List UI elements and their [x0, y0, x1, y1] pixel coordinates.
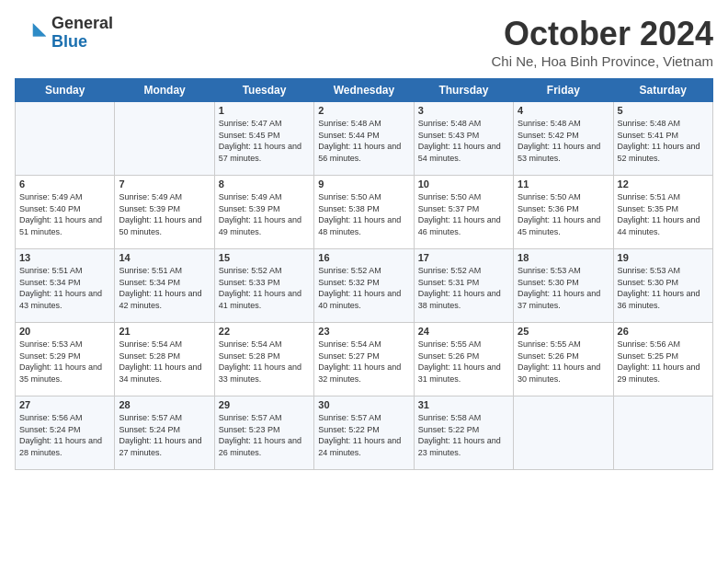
day-number: 17 [418, 252, 509, 263]
day-info: Sunrise: 5:48 AM Sunset: 5:44 PM Dayligh… [318, 118, 409, 164]
calendar-cell: 5Sunrise: 5:48 AM Sunset: 5:41 PM Daylig… [613, 102, 712, 176]
calendar-cell [16, 102, 115, 176]
day-header-thursday: Thursday [414, 79, 513, 102]
day-number: 11 [518, 178, 609, 190]
day-number: 8 [219, 178, 310, 190]
calendar-cell: 6Sunrise: 5:49 AM Sunset: 5:40 PM Daylig… [16, 176, 115, 249]
title-area: October 2024 Chi Ne, Hoa Binh Province, … [491, 15, 713, 69]
day-number: 30 [318, 399, 409, 410]
day-info: Sunrise: 5:55 AM Sunset: 5:26 PM Dayligh… [518, 339, 609, 385]
day-info: Sunrise: 5:47 AM Sunset: 5:45 PM Dayligh… [219, 118, 310, 164]
day-info: Sunrise: 5:56 AM Sunset: 5:25 PM Dayligh… [618, 339, 709, 385]
day-info: Sunrise: 5:49 AM Sunset: 5:39 PM Dayligh… [119, 191, 210, 237]
header: General Blue October 2024 Chi Ne, Hoa Bi… [15, 15, 713, 69]
calendar-cell: 3Sunrise: 5:48 AM Sunset: 5:43 PM Daylig… [414, 102, 513, 176]
calendar-week-1: 1Sunrise: 5:47 AM Sunset: 5:45 PM Daylig… [16, 102, 713, 176]
logo-blue-text: Blue [51, 33, 113, 52]
calendar-cell: 28Sunrise: 5:57 AM Sunset: 5:24 PM Dayli… [115, 396, 214, 470]
day-info: Sunrise: 5:51 AM Sunset: 5:34 PM Dayligh… [19, 265, 110, 311]
logo-general-text: General [51, 15, 113, 33]
day-number: 5 [618, 105, 709, 116]
calendar-week-4: 20Sunrise: 5:53 AM Sunset: 5:29 PM Dayli… [16, 323, 713, 396]
day-info: Sunrise: 5:53 AM Sunset: 5:30 PM Dayligh… [518, 265, 609, 311]
day-number: 26 [618, 326, 709, 337]
calendar-week-2: 6Sunrise: 5:49 AM Sunset: 5:40 PM Daylig… [16, 176, 713, 249]
day-info: Sunrise: 5:52 AM Sunset: 5:31 PM Dayligh… [418, 265, 509, 311]
day-number: 4 [518, 105, 609, 116]
day-header-monday: Monday [115, 79, 214, 102]
day-header-saturday: Saturday [613, 79, 712, 102]
calendar-cell: 24Sunrise: 5:55 AM Sunset: 5:26 PM Dayli… [414, 323, 513, 396]
calendar-week-3: 13Sunrise: 5:51 AM Sunset: 5:34 PM Dayli… [16, 249, 713, 323]
day-header-friday: Friday [514, 79, 613, 102]
location-title: Chi Ne, Hoa Binh Province, Vietnam [491, 53, 713, 69]
calendar-cell: 18Sunrise: 5:53 AM Sunset: 5:30 PM Dayli… [514, 249, 613, 323]
calendar-cell [514, 396, 613, 470]
day-info: Sunrise: 5:51 AM Sunset: 5:34 PM Dayligh… [119, 265, 210, 311]
day-info: Sunrise: 5:58 AM Sunset: 5:22 PM Dayligh… [418, 412, 509, 458]
calendar-cell: 10Sunrise: 5:50 AM Sunset: 5:37 PM Dayli… [414, 176, 513, 249]
day-info: Sunrise: 5:52 AM Sunset: 5:32 PM Dayligh… [318, 265, 409, 311]
day-header-sunday: Sunday [16, 79, 115, 102]
day-header-tuesday: Tuesday [214, 79, 313, 102]
day-info: Sunrise: 5:52 AM Sunset: 5:33 PM Dayligh… [219, 265, 310, 311]
calendar-cell: 17Sunrise: 5:52 AM Sunset: 5:31 PM Dayli… [414, 249, 513, 323]
calendar-cell [115, 102, 214, 176]
day-info: Sunrise: 5:48 AM Sunset: 5:43 PM Dayligh… [418, 118, 509, 164]
calendar-cell: 19Sunrise: 5:53 AM Sunset: 5:30 PM Dayli… [613, 249, 712, 323]
day-info: Sunrise: 5:48 AM Sunset: 5:41 PM Dayligh… [618, 118, 709, 164]
day-info: Sunrise: 5:54 AM Sunset: 5:27 PM Dayligh… [318, 339, 409, 385]
day-info: Sunrise: 5:54 AM Sunset: 5:28 PM Dayligh… [119, 339, 210, 385]
day-info: Sunrise: 5:57 AM Sunset: 5:24 PM Dayligh… [119, 412, 210, 458]
calendar-cell: 8Sunrise: 5:49 AM Sunset: 5:39 PM Daylig… [214, 176, 313, 249]
day-info: Sunrise: 5:50 AM Sunset: 5:37 PM Dayligh… [418, 191, 509, 237]
day-number: 14 [119, 252, 210, 263]
calendar-cell: 31Sunrise: 5:58 AM Sunset: 5:22 PM Dayli… [414, 396, 513, 470]
calendar-cell [613, 396, 712, 470]
calendar-cell: 15Sunrise: 5:52 AM Sunset: 5:33 PM Dayli… [214, 249, 313, 323]
calendar-cell: 1Sunrise: 5:47 AM Sunset: 5:45 PM Daylig… [214, 102, 313, 176]
calendar-cell: 20Sunrise: 5:53 AM Sunset: 5:29 PM Dayli… [16, 323, 115, 396]
day-number: 19 [618, 252, 709, 263]
calendar-cell: 11Sunrise: 5:50 AM Sunset: 5:36 PM Dayli… [514, 176, 613, 249]
day-info: Sunrise: 5:49 AM Sunset: 5:40 PM Dayligh… [19, 191, 110, 237]
calendar-body: 1Sunrise: 5:47 AM Sunset: 5:45 PM Daylig… [16, 102, 713, 470]
day-info: Sunrise: 5:53 AM Sunset: 5:29 PM Dayligh… [19, 339, 110, 385]
calendar-cell: 29Sunrise: 5:57 AM Sunset: 5:23 PM Dayli… [214, 396, 313, 470]
day-number: 6 [19, 178, 110, 190]
day-number: 18 [518, 252, 609, 263]
day-info: Sunrise: 5:55 AM Sunset: 5:26 PM Dayligh… [418, 339, 509, 385]
calendar-cell: 25Sunrise: 5:55 AM Sunset: 5:26 PM Dayli… [514, 323, 613, 396]
calendar-cell: 7Sunrise: 5:49 AM Sunset: 5:39 PM Daylig… [115, 176, 214, 249]
calendar-cell: 13Sunrise: 5:51 AM Sunset: 5:34 PM Dayli… [16, 249, 115, 323]
day-number: 1 [219, 105, 310, 116]
calendar-cell: 21Sunrise: 5:54 AM Sunset: 5:28 PM Dayli… [115, 323, 214, 396]
month-title: October 2024 [491, 15, 713, 53]
day-number: 23 [318, 326, 409, 337]
day-info: Sunrise: 5:54 AM Sunset: 5:28 PM Dayligh… [219, 339, 310, 385]
logo-icon [15, 17, 48, 50]
day-number: 29 [219, 399, 310, 410]
calendar-cell: 12Sunrise: 5:51 AM Sunset: 5:35 PM Dayli… [613, 176, 712, 249]
logo: General Blue [15, 15, 113, 52]
day-header-wednesday: Wednesday [314, 79, 414, 102]
calendar-week-5: 27Sunrise: 5:56 AM Sunset: 5:24 PM Dayli… [16, 396, 713, 470]
day-number: 21 [119, 326, 210, 337]
calendar-cell: 14Sunrise: 5:51 AM Sunset: 5:34 PM Dayli… [115, 249, 214, 323]
calendar-cell: 16Sunrise: 5:52 AM Sunset: 5:32 PM Dayli… [314, 249, 414, 323]
calendar-cell: 30Sunrise: 5:57 AM Sunset: 5:22 PM Dayli… [314, 396, 414, 470]
day-number: 20 [19, 326, 110, 337]
calendar-cell: 4Sunrise: 5:48 AM Sunset: 5:42 PM Daylig… [514, 102, 613, 176]
day-number: 3 [418, 105, 509, 116]
day-info: Sunrise: 5:57 AM Sunset: 5:23 PM Dayligh… [219, 412, 310, 458]
calendar-cell: 22Sunrise: 5:54 AM Sunset: 5:28 PM Dayli… [214, 323, 313, 396]
day-info: Sunrise: 5:50 AM Sunset: 5:36 PM Dayligh… [518, 191, 609, 237]
day-number: 2 [318, 105, 409, 116]
day-number: 25 [518, 326, 609, 337]
calendar-header-row: SundayMondayTuesdayWednesdayThursdayFrid… [16, 79, 713, 102]
day-info: Sunrise: 5:56 AM Sunset: 5:24 PM Dayligh… [19, 412, 110, 458]
day-number: 9 [318, 178, 409, 190]
day-number: 13 [19, 252, 110, 263]
calendar-cell: 2Sunrise: 5:48 AM Sunset: 5:44 PM Daylig… [314, 102, 414, 176]
day-number: 22 [219, 326, 310, 337]
